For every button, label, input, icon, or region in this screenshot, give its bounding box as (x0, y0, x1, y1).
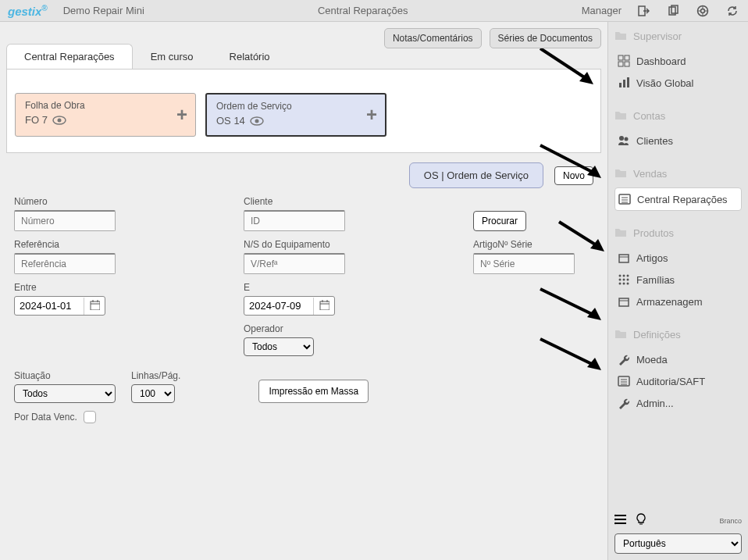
entre-label: Entre (14, 282, 233, 293)
folder-icon (614, 30, 627, 42)
wrench-icon (618, 353, 630, 366)
card-os-title: Ordem de Serviço (216, 101, 376, 112)
sidebar-item-auditoria[interactable]: Auditoria/SAFT (614, 370, 742, 392)
operador-select[interactable]: Todos (244, 337, 314, 356)
folder-icon (614, 226, 627, 239)
sidebar-item-artigos[interactable]: Artigos (614, 247, 742, 269)
main-content: Notas/Comentários Séries de Documentos C… (0, 22, 607, 560)
eye-icon (52, 116, 66, 125)
box-icon (618, 295, 630, 308)
group-vendas: Vendas (614, 167, 742, 180)
card-fo-title: Folha de Obra (25, 100, 186, 111)
folder-icon (614, 328, 627, 341)
list-icon (618, 375, 630, 387)
situacao-select[interactable]: Todos (14, 384, 116, 403)
plus-icon[interactable]: + (176, 104, 187, 126)
por-data-venc-label: Por Data Venc. (14, 412, 77, 423)
operador-label: Operador (244, 323, 462, 334)
folder-icon (614, 109, 627, 122)
sidebar-item-dashboard[interactable]: Dashboard (614, 50, 742, 72)
card-os-sub: OS 14 (216, 115, 245, 127)
linhas-label: Linhas/Pág. (131, 370, 180, 381)
list-icon (618, 193, 631, 205)
bulb-icon[interactable] (635, 513, 647, 529)
menu-icon[interactable] (614, 513, 627, 529)
user-name: Manager (582, 5, 622, 16)
card-folha-obra[interactable]: Folha de Obra FO 7 + (15, 93, 196, 137)
ns-input[interactable] (244, 253, 345, 274)
sidebar-item-visao-global[interactable]: Visão Global (614, 72, 742, 94)
entre-input[interactable] (15, 297, 84, 315)
sidebar-item-label: Famílias (636, 274, 675, 286)
doc-type-pill: OS | Ordem de Serviço (409, 162, 543, 188)
sidebar-item-label: Admin... (636, 398, 674, 409)
logo: gestix® (8, 4, 48, 18)
notes-button[interactable]: Notas/Comentários (384, 28, 482, 48)
sidebar-item-clientes[interactable]: Clientes (614, 130, 742, 152)
bars-icon (618, 77, 630, 89)
mass-print-button[interactable]: Impressão em Massa (258, 380, 369, 403)
help-icon[interactable] (695, 3, 711, 19)
doc-series-button[interactable]: Séries de Documentos (490, 28, 601, 48)
dashboard-icon (618, 55, 630, 67)
refresh-icon[interactable] (725, 3, 740, 19)
header-center-title: Central Reparações (144, 5, 582, 16)
sidebar-item-moeda[interactable]: Moeda (614, 348, 742, 370)
sidebar: Supervisor Dashboard Visão Global Contas… (607, 22, 748, 560)
box-icon (618, 251, 630, 264)
e-input[interactable] (244, 297, 313, 315)
entre-date[interactable] (14, 296, 105, 316)
group-contas: Contas (614, 109, 742, 122)
sidebar-item-label: Auditoria/SAFT (636, 376, 705, 387)
sidebar-item-admin[interactable]: Admin... (614, 392, 742, 414)
artigo-label: ArtigoNº Série (473, 239, 593, 250)
card-fo-sub: FO 7 (25, 114, 48, 126)
calendar-icon[interactable] (84, 298, 105, 315)
linhas-select[interactable]: 100 (131, 384, 175, 403)
sidebar-item-armazenagem[interactable]: Armazenagem (614, 291, 742, 312)
sidebar-item-label: Artigos (636, 252, 668, 264)
sidebar-item-label: Clientes (636, 135, 673, 147)
users-icon (618, 134, 630, 147)
eye-icon (250, 116, 264, 126)
card-ordem-servico[interactable]: Ordem de Serviço OS 14 + (205, 93, 386, 137)
grid-icon (618, 273, 630, 286)
demo-title: Demo Repair Mini (63, 5, 144, 16)
sidebar-item-familias[interactable]: Famílias (614, 269, 742, 291)
language-select[interactable]: Português (614, 533, 742, 554)
artigo-input[interactable] (473, 253, 575, 274)
procurar-button[interactable]: Procurar (473, 211, 526, 231)
group-definicoes: Definições (614, 328, 742, 341)
sidebar-item-label: Moeda (636, 354, 668, 366)
situacao-label: Situação (14, 370, 116, 381)
sidebar-item-central-reparacoes[interactable]: Central Reparações (614, 187, 742, 211)
plus-icon[interactable]: + (366, 104, 377, 126)
e-date[interactable] (244, 296, 335, 316)
wrench-icon (618, 397, 630, 409)
numero-input[interactable] (14, 210, 116, 231)
copy-icon[interactable] (665, 3, 681, 19)
ns-label: N/S do Equipamento (244, 239, 462, 250)
group-produtos: Produtos (614, 226, 742, 239)
folder-icon (614, 167, 627, 180)
referencia-label: Referência (14, 239, 233, 250)
sidebar-item-label: Armazenagem (636, 296, 703, 308)
group-supervisor: Supervisor (614, 30, 742, 42)
sidebar-item-label: Visão Global (636, 77, 693, 89)
referencia-input[interactable] (14, 253, 116, 274)
app-header: gestix® Demo Repair Mini Central Reparaç… (0, 0, 748, 22)
por-data-venc-checkbox[interactable] (84, 411, 96, 423)
cliente-label: Cliente (244, 196, 462, 207)
cliente-input[interactable] (244, 210, 345, 231)
sidebar-item-label: Dashboard (636, 55, 686, 67)
numero-label: Número (14, 196, 233, 207)
logout-icon[interactable] (636, 3, 651, 19)
e-label: E (244, 282, 462, 293)
novo-button[interactable]: Novo (554, 166, 593, 185)
theme-label: Branco (719, 517, 742, 525)
sidebar-item-label: Central Reparações (637, 194, 728, 205)
calendar-icon[interactable] (313, 298, 334, 315)
